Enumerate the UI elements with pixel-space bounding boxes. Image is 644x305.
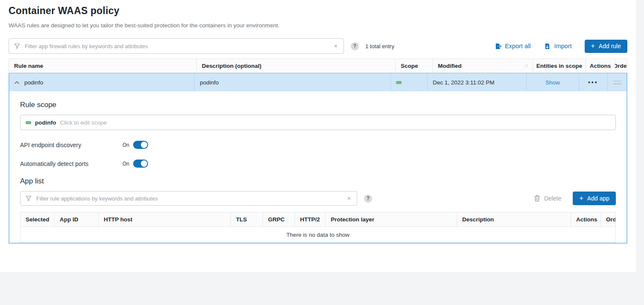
rule-name-cell: podinfo	[9, 73, 195, 91]
add-rule-button[interactable]: + Add rule	[585, 40, 628, 53]
api-endpoint-discovery-toggle[interactable]	[133, 141, 148, 149]
show-entities-link[interactable]: Show	[545, 79, 560, 86]
app-filter-input[interactable]	[35, 195, 347, 202]
delete-app-button[interactable]: Delete	[534, 195, 561, 202]
export-all-button[interactable]: Export all	[494, 43, 530, 50]
col-app-description[interactable]: Description	[457, 212, 571, 227]
rules-filter-clear-icon[interactable]: ×	[333, 42, 338, 50]
app-list-heading: App list	[20, 177, 616, 186]
expanded-rule-container: podinfo podinfo Dec 1, 2022 3:11:02 PM S…	[9, 73, 627, 244]
app-filter-box[interactable]: ×	[20, 191, 357, 206]
scope-collection-name: podinfo	[35, 119, 56, 126]
col-tls[interactable]: TLS	[231, 212, 263, 227]
drag-handle-icon[interactable]	[613, 81, 621, 84]
table-row[interactable]: podinfo podinfo Dec 1, 2022 3:11:02 PM S…	[9, 73, 627, 91]
import-label: Import	[554, 43, 571, 49]
rule-actions-cell: •••	[579, 73, 608, 91]
rule-modified-cell: Dec 1, 2022 3:11:02 PM	[428, 73, 527, 91]
import-icon	[543, 43, 551, 50]
col-modified[interactable]: Modified ↓↑	[433, 59, 533, 73]
rules-table: Rule name Description (optional) Scope M…	[9, 58, 627, 244]
api-endpoint-discovery-row: API endpoint discovery On	[20, 141, 616, 149]
col-entities-in-scope[interactable]: Entities in scope	[533, 59, 586, 73]
col-app-order[interactable]: Order	[601, 212, 615, 227]
trash-icon	[534, 195, 540, 202]
api-endpoint-discovery-state: On	[122, 142, 129, 148]
add-app-button[interactable]: + Add app	[573, 192, 616, 205]
col-order[interactable]: Order	[615, 59, 627, 73]
scope-editor[interactable]: podinfo Click to edit scope	[20, 115, 616, 130]
col-grpc[interactable]: GRPC	[263, 212, 295, 227]
col-scope[interactable]: Scope	[396, 59, 433, 73]
app-list-table: Selected App ID HTTP host TLS GRPC HTTP/…	[20, 212, 616, 243]
empty-state-message: There is no data to show	[20, 227, 615, 242]
rule-detail-panel: Rule scope podinfo Click to edit scope A…	[9, 101, 627, 243]
delete-app-label: Delete	[544, 195, 561, 202]
col-app-id[interactable]: App ID	[55, 212, 99, 227]
app-toolbar-actions: Delete + Add app	[534, 192, 616, 205]
filter-funnel-icon	[26, 195, 32, 201]
plus-icon: +	[579, 195, 583, 202]
app-table-header: Selected App ID HTTP host TLS GRPC HTTP/…	[20, 212, 615, 227]
col-description[interactable]: Description (optional)	[197, 59, 396, 73]
api-endpoint-discovery-label: API endpoint discovery	[20, 142, 122, 148]
collection-chip-icon	[26, 121, 31, 124]
add-rule-label: Add rule	[599, 43, 621, 49]
add-app-label: Add app	[587, 195, 609, 202]
collection-chip-icon	[396, 81, 402, 84]
plus-icon: +	[591, 43, 595, 49]
main-content-surface: Container WAAS policy WAAS rules are des…	[0, 0, 636, 272]
col-protection-layer[interactable]: Protection layer	[326, 212, 457, 227]
export-all-label: Export all	[505, 43, 530, 49]
app-help-icon[interactable]: ?	[364, 195, 372, 203]
rule-order-cell	[608, 73, 627, 91]
col-selected[interactable]: Selected	[20, 212, 55, 227]
rule-scope-cell	[391, 73, 428, 91]
import-button[interactable]: Import	[543, 43, 571, 50]
auto-detect-ports-row: Automatically detect ports On	[20, 160, 616, 168]
col-rule-name[interactable]: Rule name	[9, 59, 197, 73]
total-entries-label: 1 total entry	[365, 43, 394, 49]
rules-toolbar: × ? 1 total entry Export all Import + Ad…	[9, 38, 627, 54]
export-icon	[494, 43, 501, 50]
page-subtitle: WAAS rules are designed to let you tailo…	[9, 22, 627, 29]
rule-description-cell: podinfo	[195, 73, 391, 91]
scope-edit-placeholder: Click to edit scope	[60, 119, 107, 126]
col-http2[interactable]: HTTP/2	[295, 212, 326, 227]
rules-help-icon[interactable]: ?	[351, 42, 359, 50]
sort-arrows-icon[interactable]: ↓↑	[524, 63, 527, 69]
rules-table-header: Rule name Description (optional) Scope M…	[9, 58, 627, 73]
rule-name-value: podinfo	[24, 79, 43, 86]
rule-entities-cell: Show	[527, 73, 579, 91]
rules-filter-input[interactable]	[24, 43, 333, 50]
app-list-toolbar: × ? Delete + Add app	[20, 191, 616, 206]
app-filter-clear-icon[interactable]: ×	[347, 195, 352, 202]
col-http-host[interactable]: HTTP host	[99, 212, 231, 227]
auto-detect-ports-toggle[interactable]	[133, 160, 148, 168]
col-app-actions[interactable]: Actions	[571, 212, 601, 227]
rules-filter-box[interactable]: ×	[9, 38, 344, 54]
collapse-chevron-icon[interactable]	[15, 81, 19, 84]
auto-detect-ports-state: On	[122, 161, 129, 167]
row-actions-menu-icon[interactable]: •••	[588, 79, 598, 86]
rules-toolbar-actions: Export all Import + Add rule	[481, 40, 627, 53]
auto-detect-ports-label: Automatically detect ports	[20, 160, 122, 167]
page-title: Container WAAS policy	[9, 5, 627, 17]
col-actions[interactable]: Actions	[586, 59, 615, 73]
filter-funnel-icon	[14, 43, 20, 49]
rule-scope-heading: Rule scope	[20, 101, 616, 109]
